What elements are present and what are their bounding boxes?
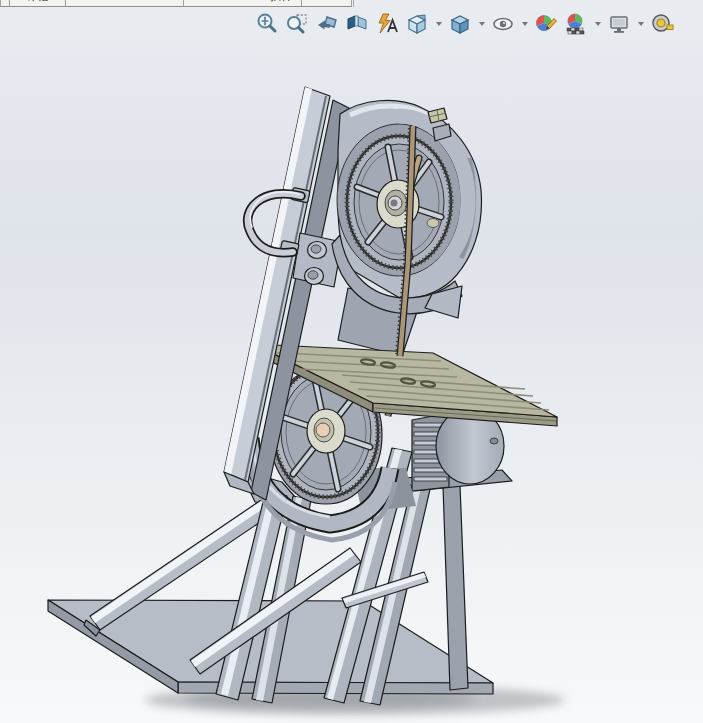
- edit-appearance-icon[interactable]: [533, 11, 559, 37]
- dynamic-annotation-views-icon[interactable]: [374, 11, 400, 37]
- display-style-icon[interactable]: [447, 11, 473, 37]
- zoom-to-fit-icon[interactable]: [254, 11, 280, 37]
- view-settings-icon[interactable]: [606, 11, 632, 37]
- display-style-dropdown[interactable]: [477, 11, 486, 37]
- measure-tape-icon[interactable]: [649, 11, 675, 37]
- view-orientation-icon[interactable]: [404, 11, 430, 37]
- graphics-viewport[interactable]: [0, 0, 703, 723]
- heads-up-toolbar: [254, 10, 675, 38]
- solidworks-window: { "tabs": [ {"label": ""}, {"label": "评估…: [0, 0, 703, 723]
- view-orientation-dropdown[interactable]: [434, 11, 443, 37]
- tab-evaluate[interactable]: 评估: [10, 0, 66, 7]
- view-settings-dropdown[interactable]: [636, 11, 645, 37]
- apply-scene-dropdown[interactable]: [593, 11, 602, 37]
- tab-partial[interactable]: [0, 0, 10, 7]
- tab-mbd[interactable]: MBD: [302, 0, 352, 7]
- tab-solidworks-addins[interactable]: SOLIDWORKS 插件: [184, 0, 302, 7]
- command-manager-tabs: 评估 MBD Dimensions SOLIDWORKS 插件 MBD: [0, 0, 354, 7]
- tab-mbd-dimensions[interactable]: MBD Dimensions: [66, 0, 184, 7]
- apply-scene-icon[interactable]: [563, 11, 589, 37]
- zoom-to-area-icon[interactable]: [284, 11, 310, 37]
- previous-view-icon[interactable]: [314, 11, 340, 37]
- upper-band-wheel[interactable]: [347, 136, 451, 268]
- section-view-icon[interactable]: [344, 11, 370, 37]
- hide-show-items-dropdown[interactable]: [520, 11, 529, 37]
- hide-show-items-icon[interactable]: [490, 11, 516, 37]
